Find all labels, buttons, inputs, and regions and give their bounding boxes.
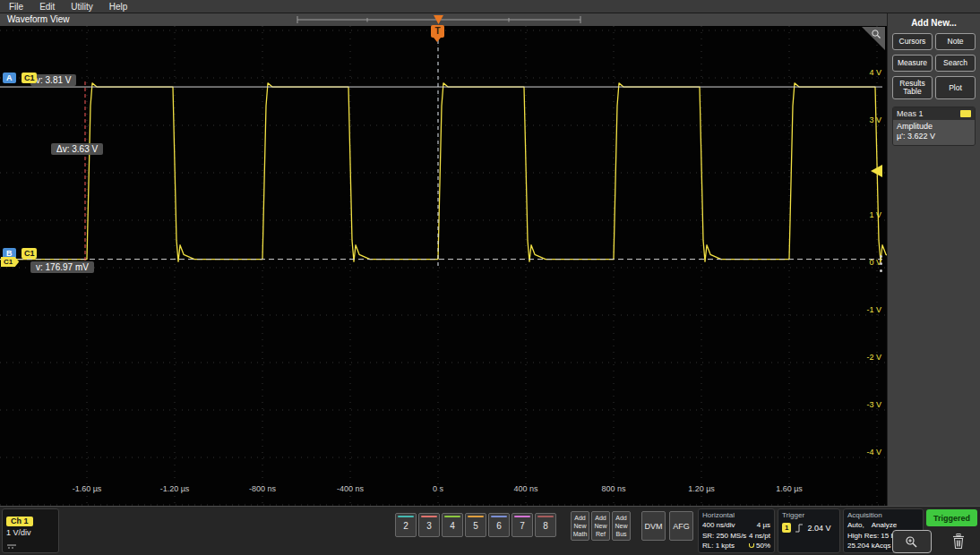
channel-8-button[interactable]: 8	[535, 513, 556, 537]
menu-edit[interactable]: Edit	[39, 0, 55, 13]
add-new-measure-button[interactable]: Measure	[892, 55, 933, 72]
add-new-title: Add New...	[888, 18, 980, 28]
waveform-display[interactable]: v: 3.81 V Δv: 3.63 V v: 176.97 mV A C1 B…	[0, 26, 887, 506]
trigger-flag[interactable]: T	[431, 25, 444, 38]
measurement-header: Meas 1	[893, 107, 975, 120]
y-axis-label: 4 V	[846, 68, 881, 77]
cursor-a-source-badge[interactable]: C1	[21, 73, 38, 83]
channel-number: 4	[443, 517, 462, 534]
add-new-search-button[interactable]: Search	[935, 55, 976, 72]
button-label-line: Bus	[613, 530, 630, 538]
cursor-b-readout: v: 176.97 mV	[30, 261, 94, 273]
channel-1-label[interactable]: Ch 1	[6, 517, 33, 526]
horizontal-value: 50%	[749, 541, 770, 551]
add-new-bus-button[interactable]: AddNewBus	[612, 511, 631, 541]
y-axis-label: -3 V	[846, 400, 881, 409]
horizontal-badge[interactable]: Horizontal 400 ns/div4 µsSR: 250 MS/s4 n…	[698, 508, 775, 553]
channel-number: 6	[489, 517, 509, 534]
add-new-note-button[interactable]: Note	[935, 33, 976, 50]
y-axis-label: -4 V	[846, 448, 881, 457]
measurement-body: Amplitude µ': 3.622 V	[893, 120, 975, 145]
horizontal-value: 4 ns/pt	[749, 531, 770, 542]
menu-help[interactable]: Help	[109, 0, 128, 13]
acquisition-value: Auto,	[847, 520, 864, 531]
horizontal-value: RL: 1 kpts	[702, 541, 735, 551]
coupling-icon	[6, 543, 17, 550]
measurement-name: Meas 1	[897, 109, 924, 118]
button-label-line: New	[572, 522, 589, 530]
waveform-canvas	[0, 26, 887, 506]
y-axis-label: -1 V	[846, 305, 881, 314]
channel-number: 5	[466, 517, 486, 534]
cursor-a-readout: v: 3.81 V	[30, 74, 76, 86]
y-axis-label: 3 V	[846, 115, 881, 124]
x-axis-label: 1.60 µs	[758, 484, 821, 493]
cursor-a-badges[interactable]: A C1	[3, 73, 37, 89]
channel-number: 8	[536, 517, 555, 534]
x-axis-label: -1.60 µs	[56, 484, 118, 493]
waveform-view-title: Waveform View	[7, 13, 69, 26]
add-new-cursors-button[interactable]: Cursors	[892, 33, 933, 50]
dvm-button[interactable]: DVM	[641, 511, 666, 541]
channel-7-button[interactable]: 7	[511, 513, 533, 537]
cursor-b-source-badge[interactable]: C1	[21, 248, 38, 259]
channel-number: 7	[512, 517, 532, 534]
add-new-results-table-button[interactable]: Results Table	[892, 76, 933, 99]
measurement-kind: Amplitude	[897, 122, 971, 132]
trigger-status-badge: Triggered	[926, 509, 977, 526]
cursor-a-badge[interactable]: A	[3, 73, 16, 83]
measurement-value: µ': 3.622 V	[897, 132, 971, 141]
channel-3-button[interactable]: 3	[418, 513, 440, 537]
channel-4-button[interactable]: 4	[442, 513, 463, 537]
trigger-source-chip[interactable]: 1	[782, 523, 791, 533]
horizontal-title: Horizontal	[702, 510, 770, 520]
measurement-source-chip	[960, 110, 971, 117]
acquisition-value: 25.204 kAcqs	[847, 541, 890, 551]
horizontal-row: RL: 1 kpts50%	[702, 541, 770, 551]
waveform-view-header[interactable]: Waveform View	[0, 13, 887, 26]
add-new-math-button[interactable]: AddNewMath	[571, 511, 589, 541]
menu-utility[interactable]: Utility	[71, 0, 92, 13]
button-label-line: Add	[572, 514, 589, 522]
measurement-badge[interactable]: Meas 1 Amplitude µ': 3.622 V	[892, 107, 976, 146]
channel-1-badge[interactable]: Ch 1 1 V/div 100 MHz	[2, 508, 59, 553]
x-axis-label: 800 ns	[582, 484, 645, 493]
right-sidebar: Add New... Meas 1 Amplitude µ': 3.622 V …	[887, 13, 980, 506]
channel-5-button[interactable]: 5	[465, 513, 486, 537]
channel-1-scale: 1 V/div	[6, 528, 55, 537]
zoom-overview-button[interactable]	[892, 530, 932, 553]
magnifier-icon	[871, 29, 881, 39]
afg-button[interactable]: AFG	[669, 511, 693, 541]
button-label-line: Math	[572, 530, 589, 538]
horizontal-value: 50%	[756, 542, 770, 550]
position-indicator-icon	[749, 543, 754, 548]
trash-button[interactable]	[944, 529, 973, 553]
y-axis-label: 1 V	[846, 210, 881, 219]
add-new-plot-button[interactable]: Plot	[935, 76, 976, 99]
channel-2-button[interactable]: 2	[395, 513, 417, 537]
menu-file[interactable]: File	[9, 0, 23, 13]
x-axis-label: 400 ns	[494, 484, 557, 493]
y-axis-label: -2 V	[846, 353, 881, 362]
acquisition-value: Analyze	[872, 520, 897, 531]
horizontal-value: SR: 250 MS/s	[702, 531, 746, 542]
button-label-line: New	[592, 522, 609, 530]
add-new-ref-button[interactable]: AddNewRef	[591, 511, 610, 541]
trigger-badge[interactable]: Trigger 1 2.04 V	[778, 508, 840, 553]
menu-bar: FileEditUtilityHelp	[0, 0, 980, 13]
trigger-title: Trigger	[782, 510, 836, 520]
zoom-magnifier-icon	[905, 535, 919, 549]
horizontal-value: 4 µs	[757, 520, 770, 531]
cursor-delta-readout: Δv: 3.63 V	[51, 143, 103, 155]
channel-6-button[interactable]: 6	[488, 513, 510, 537]
x-axis-label: 1.20 µs	[670, 484, 733, 493]
x-axis-label: 0 s	[407, 484, 469, 493]
acquisition-title: Acquisition	[847, 510, 919, 520]
ch1-waveform-trace	[0, 83, 887, 261]
panel-splitter-handle[interactable]	[880, 255, 882, 277]
button-label-line: New	[613, 522, 630, 530]
x-axis-label: -1.20 µs	[143, 484, 206, 493]
horizontal-rows: 400 ns/div4 µsSR: 250 MS/s4 ns/ptRL: 1 k…	[702, 520, 770, 551]
button-label-line: Add	[592, 514, 609, 522]
x-axis-label: -800 ns	[231, 484, 294, 493]
